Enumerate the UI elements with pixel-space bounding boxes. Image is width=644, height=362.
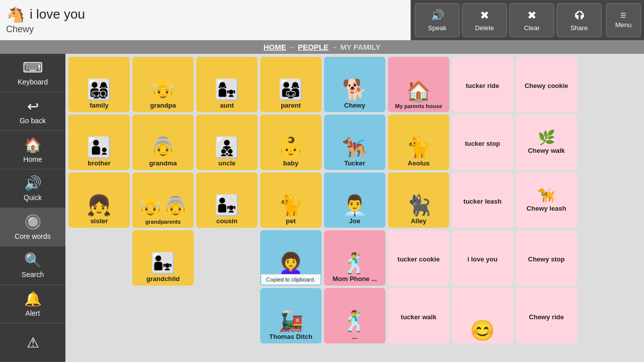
cell-tucker-leash[interactable]: tucker leash (452, 172, 513, 228)
cell-tucker-ride[interactable]: tucker ride (452, 57, 513, 112)
cell-alley[interactable]: 🐈‍⬛ Alley (388, 172, 449, 228)
brother-label: brother (88, 159, 111, 167)
cell-grandpa[interactable]: 👴 grandpa (132, 57, 194, 112)
breadcrumb-people[interactable]: PEOPLE (298, 43, 329, 51)
clear-button[interactable]: ✖ Clear (509, 3, 554, 37)
sidebar-item-quick-label: Quick (24, 194, 42, 202)
cell-baby[interactable]: 👶 baby (260, 115, 321, 170)
person2-icon: 🕺 (342, 311, 367, 331)
chewy-stop-label: Chewy stop (528, 255, 565, 263)
grandparents-label: grandparents (145, 219, 181, 225)
tucker-stop-label: tucker stop (465, 140, 500, 147)
cell-aunt[interactable]: 👩‍👧 aunt (196, 57, 258, 112)
cell-pet[interactable]: 🐈 pet (260, 172, 321, 228)
symbol-grid: 👨‍👩‍👧‍👦 family 👴 grandpa 👩‍👧 aunt 👨‍👩‍👧 … (68, 57, 641, 343)
cell-mom-phone[interactable]: 🕺 Mom Phone ... (324, 230, 385, 286)
empty-cell-r5c9 (580, 288, 641, 343)
aunt-label: aunt (220, 102, 233, 109)
cell-chewy-walk[interactable]: 🌿 Chewy walk (516, 115, 577, 170)
cell-smiley[interactable]: 😊 (452, 288, 513, 343)
share-button[interactable]: ⮉ Share (556, 3, 602, 37)
sidebar-item-goback[interactable]: ↩ Go back (0, 93, 65, 131)
cousin-label: cousin (216, 217, 237, 225)
cell-grandma[interactable]: 👵 grandma (132, 115, 194, 170)
main-area: ⌨ Keyboard ↩ Go back 🏠 Home 🔊 Quick 🔘 Co… (0, 54, 644, 362)
sidebar-item-corewords[interactable]: 🔘 Core words (0, 208, 65, 247)
sidebar-item-alert[interactable]: 🔔 Alert (0, 285, 65, 324)
cell-grandparents[interactable]: 👴👵 grandparents (132, 172, 194, 228)
cell-brother[interactable]: 👨‍👦 brother (68, 115, 130, 170)
phrase-area: 🐴 i love you Chewy (0, 0, 412, 40)
pet-icon: 🐈 (278, 195, 303, 215)
cell-aeolus[interactable]: 🐈 Aeolus (388, 115, 449, 170)
grandchild-label: grandchild (146, 275, 180, 283)
uncle-label: uncle (218, 159, 235, 167)
corewords-icon: 🔘 (24, 214, 42, 230)
grandma-label: grandma (149, 159, 177, 167)
sidebar-item-home[interactable]: 🏠 Home (0, 131, 65, 169)
cell-thomas[interactable]: 🚂 Thomas Ditch (260, 288, 321, 343)
cell-grandchild[interactable]: 👨‍👧 grandchild (132, 230, 194, 286)
grid-area: 👨‍👩‍👧‍👦 family 👴 grandpa 👩‍👧 aunt 👨‍👩‍👧 … (65, 54, 644, 362)
clear-label: Clear (524, 24, 539, 32)
horse-icon: 🐴 (6, 6, 25, 23)
goback-icon: ↩ (27, 98, 39, 115)
empty-cell-r1c9 (580, 57, 641, 112)
chewy-leash-icon: 🦮 (538, 189, 555, 203)
cell-chewy-stop[interactable]: Chewy stop (516, 230, 577, 286)
sidebar-item-home-label: Home (23, 155, 42, 163)
menu-button[interactable]: ☰ Menu (606, 3, 641, 37)
cell-iloveyou[interactable]: i love you (452, 230, 513, 286)
menu-label: Menu (615, 21, 632, 29)
delete-label: Delete (475, 24, 494, 32)
top-bar: 🐴 i love you Chewy 🔊 Speak ✖ Delete ✖ Cl… (0, 0, 644, 40)
cell-chewy[interactable]: 🐕 Chewy (324, 57, 385, 112)
search-icon: 🔍 (24, 252, 42, 268)
cell-chewy-leash[interactable]: 🦮 Chewy leash (516, 172, 577, 228)
cell-tucker-walk[interactable]: tucker walk (388, 288, 449, 343)
house-icon: 🏠 (406, 81, 431, 101)
tucker-ride-label: tucker ride (466, 82, 499, 89)
cell-tucker[interactable]: 🐕‍🦺 Tucker (324, 115, 385, 170)
family-label: family (90, 102, 109, 109)
delete-button[interactable]: ✖ Delete (462, 3, 507, 37)
chewy-icon: 🐕 (342, 79, 367, 100)
empty-cell-r4c9 (580, 230, 641, 286)
grandparents-icon: 👴👵 (138, 197, 188, 217)
sidebar-item-search-label: Search (22, 270, 44, 279)
cell-cousin[interactable]: 👨‍👧 cousin (196, 172, 258, 228)
breadcrumb-home[interactable]: HOME (264, 43, 286, 51)
cell-joe[interactable]: 👨‍💼 Joe (324, 172, 385, 228)
cell-tucker-stop[interactable]: tucker stop (452, 115, 513, 170)
cell-janet[interactable]: 👩‍🦱 Janet Ditch Copied to clipboard. (260, 230, 321, 286)
baby-icon: 👶 (278, 137, 303, 157)
breadcrumb: HOME → PEOPLE → MY FAMILY (0, 40, 644, 54)
empty-cell-r4c1 (68, 230, 130, 286)
cell-myparentshouse[interactable]: 🏠 My parents house (388, 57, 449, 112)
sidebar-item-search[interactable]: 🔍 Search (0, 246, 65, 285)
aeolus-icon: 🐈 (406, 137, 431, 157)
cell-parent[interactable]: 👨‍👩‍👧 parent (260, 57, 321, 112)
aunt-icon: 👩‍👧 (214, 79, 239, 100)
grandchild-icon: 👨‍👧 (150, 253, 176, 273)
sidebar-item-keyboard[interactable]: ⌨ Keyboard (0, 54, 65, 93)
cell-family[interactable]: 👨‍👩‍👧‍👦 family (68, 57, 130, 112)
joe-label: Joe (349, 217, 360, 225)
parent-icon: 👨‍👩‍👧 (278, 79, 303, 100)
sidebar-item-warning[interactable]: ⚠ (0, 323, 65, 362)
speak-icon: 🔊 (431, 9, 444, 22)
speak-button[interactable]: 🔊 Speak (415, 3, 460, 37)
cell-chewy-cookie[interactable]: Chewy cookie (516, 57, 577, 112)
sister-icon: 👧 (87, 195, 112, 215)
sidebar-item-quick[interactable]: 🔊 Quick (0, 169, 65, 208)
cell-chewy-ride[interactable]: Chewy ride (516, 288, 577, 343)
phrase-text: i love you (30, 7, 85, 22)
subtitle-text: Chewy (6, 24, 405, 35)
share-icon: ⮉ (574, 9, 585, 22)
cell-tucker-cookie[interactable]: tucker cookie (388, 230, 449, 286)
tucker-cookie-label: tucker cookie (397, 255, 440, 263)
quick-icon: 🔊 (24, 175, 42, 192)
cell-person2[interactable]: 🕺 ... (324, 288, 385, 343)
cell-uncle[interactable]: 👨‍👦‍👦 uncle (196, 115, 258, 170)
cell-sister[interactable]: 👧 sister (68, 172, 130, 228)
